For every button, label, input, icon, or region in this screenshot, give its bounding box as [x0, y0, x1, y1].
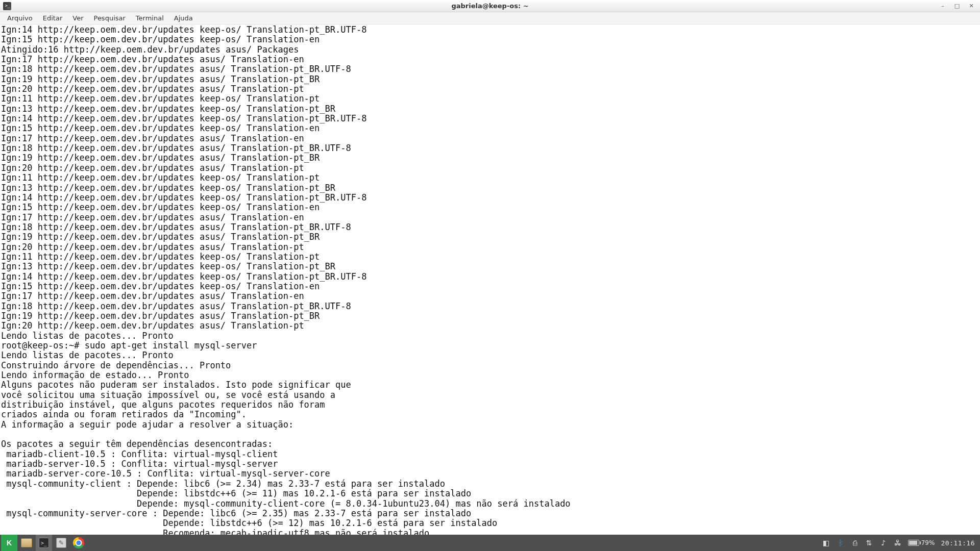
close-button[interactable]: ✕	[968, 3, 975, 10]
battery-icon	[908, 540, 919, 546]
menu-ver[interactable]: Ver	[67, 13, 88, 23]
editor-icon	[56, 538, 66, 548]
taskbar-terminal[interactable]	[36, 535, 52, 551]
terminal-viewport[interactable]: Ign:14 http://keep.oem.dev.br/updates ke…	[0, 24, 980, 551]
printer-icon[interactable]: ⎙	[851, 539, 859, 547]
menu-pesquisar[interactable]: Pesquisar	[89, 13, 131, 23]
window-titlebar: gabriela@keep-os: ~ – □ ✕	[0, 0, 980, 12]
terminal-icon	[39, 538, 49, 548]
maximize-button[interactable]: □	[953, 3, 961, 10]
menu-editar[interactable]: Editar	[38, 13, 68, 23]
taskbar-file-manager[interactable]	[18, 535, 35, 551]
terminal-app-icon	[3, 2, 11, 10]
taskbar-text-editor[interactable]	[53, 535, 69, 551]
volume-icon[interactable]: ♪	[879, 539, 888, 547]
wifi-icon[interactable]: ⇅	[865, 539, 873, 547]
start-icon	[4, 538, 14, 548]
menubar: Arquivo Editar Ver Pesquisar Terminal Aj…	[0, 12, 980, 24]
start-menu-button[interactable]	[1, 535, 17, 551]
taskbar-clock[interactable]: 20:11:16	[941, 539, 975, 547]
battery-percent: 79%	[921, 539, 935, 546]
taskbar-chrome[interactable]	[70, 535, 87, 551]
folder-icon	[21, 538, 32, 547]
taskbar: ◧ ᛒ ⎙ ⇅ ♪ 🖧 79% 20:11:16	[0, 535, 980, 551]
bluetooth-icon[interactable]: ᛒ	[837, 539, 845, 547]
menu-ajuda[interactable]: Ajuda	[169, 13, 198, 23]
minimize-button[interactable]: –	[939, 3, 946, 10]
network-icon[interactable]: 🖧	[894, 539, 902, 547]
menu-terminal[interactable]: Terminal	[131, 13, 169, 23]
chrome-icon	[73, 537, 84, 548]
battery-indicator[interactable]: 79%	[908, 539, 935, 546]
tray-generic-icon[interactable]: ◧	[822, 539, 830, 547]
window-title: gabriela@keep-os: ~	[451, 2, 528, 10]
menu-arquivo[interactable]: Arquivo	[2, 13, 38, 23]
